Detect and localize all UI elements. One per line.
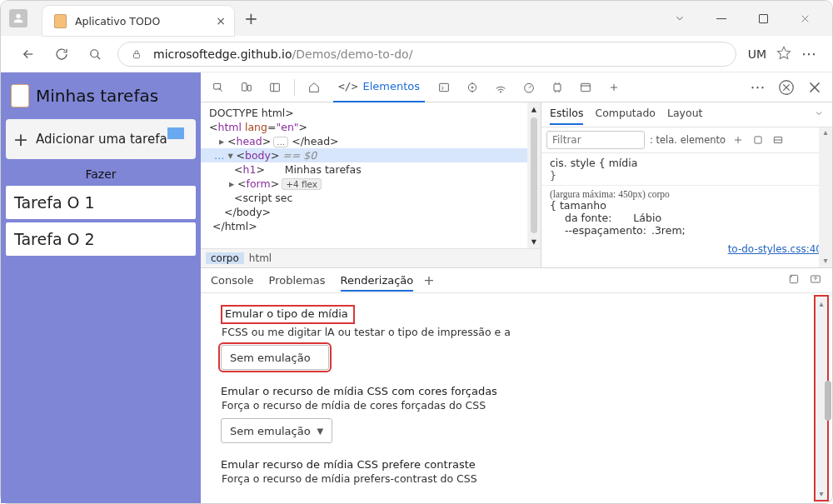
svg-point-3	[91, 49, 98, 57]
breadcrumb-item[interactable]: corpo	[206, 252, 244, 264]
clipboard-icon	[11, 84, 29, 107]
svg-rect-36	[755, 137, 761, 143]
tab-elements-label: Elementos	[362, 80, 420, 92]
svg-rect-8	[242, 82, 247, 90]
hov-label[interactable]: : tela. elemento	[650, 134, 726, 146]
issue-panel-icon[interactable]	[787, 272, 801, 288]
svg-marker-6	[778, 47, 791, 58]
dom-doctype: DOCTYPE html	[209, 107, 285, 119]
svg-rect-25	[581, 83, 591, 91]
svg-rect-9	[247, 85, 251, 91]
welcome-icon[interactable]	[305, 78, 323, 97]
drawer-add-tab-icon[interactable]: +	[423, 272, 434, 288]
image-badge-icon	[167, 127, 184, 139]
styles-scrollbar[interactable]: ▴▾	[819, 127, 832, 267]
page-content: Minhas tarefas + Adicionar uma tarefa Fa…	[1, 72, 201, 503]
forced-colors-title: Emular o recurso de mídia CSS com cores …	[221, 385, 812, 397]
computed-toggle-icon[interactable]	[771, 132, 786, 147]
svg-point-14	[471, 87, 473, 88]
maximize-button[interactable]	[754, 9, 772, 27]
svg-point-13	[468, 83, 476, 91]
elements-scrollbar[interactable]: ▴▾	[527, 102, 541, 248]
section-header: Fazer	[6, 164, 196, 181]
browser-tab[interactable]: Aplicativo TODO ×	[42, 6, 234, 36]
back-button[interactable]	[17, 43, 39, 65]
style-rule[interactable]: cis. style { mídia }	[541, 153, 832, 186]
forced-colors-select[interactable]: Sem emulação▼	[221, 418, 332, 443]
dom-selected-body[interactable]: … ▾<body> == $0	[201, 148, 541, 162]
svg-line-4	[97, 56, 100, 58]
drawer-tab-rendering[interactable]: Renderização	[341, 269, 414, 292]
network-icon[interactable]	[491, 78, 510, 97]
svg-rect-12	[440, 83, 449, 91]
sources-icon[interactable]	[463, 78, 481, 97]
expand-hint[interactable]: …	[273, 137, 288, 147]
site-info-icon[interactable]	[130, 47, 143, 61]
close-tab-icon[interactable]: ×	[216, 14, 226, 27]
forced-colors-desc: Força o recurso de mídia de cores forçad…	[222, 399, 812, 412]
favorite-icon[interactable]	[776, 45, 791, 63]
more-tabs-icon[interactable]	[605, 78, 623, 97]
drawer-tab-console[interactable]: Console	[211, 274, 254, 287]
toggle-classes-icon[interactable]	[751, 132, 766, 147]
console-icon[interactable]	[435, 78, 453, 97]
plus-icon: +	[12, 131, 29, 147]
tab-layout[interactable]: Layout	[667, 107, 703, 123]
tab-overflow-chevron[interactable]	[671, 9, 689, 27]
devtools-close-icon[interactable]	[806, 78, 824, 97]
rendering-scrollbar[interactable]: ▴ ▾	[814, 295, 829, 502]
emulate-media-type-select[interactable]: Sem emulação	[221, 345, 329, 370]
settings-menu-icon[interactable]: ⋯	[801, 45, 817, 62]
task-item[interactable]: Tarefa O 1	[6, 186, 196, 219]
devtools-more-icon[interactable]: ⋯	[749, 78, 767, 97]
address-bar[interactable]: microsoftedge.github.io/Demos/demo-to-do…	[117, 42, 736, 67]
add-task-label: Adicionar uma tarefa	[36, 132, 167, 147]
new-tab-button[interactable]: +	[244, 8, 258, 28]
tab-elements[interactable]: </> Elementos	[333, 72, 425, 102]
task-item[interactable]: Tarefa O 2	[6, 222, 196, 256]
drawer-tab-problems[interactable]: Problemas	[269, 274, 326, 287]
chevron-down-icon: ▼	[317, 427, 324, 436]
prefers-contrast-title: Emular recurso de mídia CSS prefere cont…	[221, 458, 812, 471]
svg-point-17	[500, 91, 501, 92]
emulate-media-type-title: Emular o tipo de mídia	[221, 305, 355, 324]
svg-line-19	[529, 86, 531, 88]
svg-point-18	[525, 83, 534, 92]
profile-avatar[interactable]	[9, 9, 27, 27]
refresh-button[interactable]	[51, 43, 72, 65]
application-icon[interactable]	[576, 78, 595, 97]
expand-drawer-icon[interactable]	[809, 272, 822, 288]
flex-badge[interactable]: +4 flex	[282, 178, 322, 190]
svg-rect-5	[134, 53, 140, 57]
close-window-button[interactable]	[796, 9, 814, 27]
style-rule[interactable]: (largura máxima: 450px) corpo { tamanho …	[541, 186, 832, 240]
devtools-error-icon[interactable]	[777, 78, 796, 97]
page-title: Minhas tarefas	[36, 86, 158, 106]
elements-tree[interactable]: DOCTYPE html> <html lang="en"> ▸<head>… …	[201, 102, 541, 267]
profile-badge[interactable]: UM	[748, 47, 766, 61]
rendering-panel: Emular o tipo de mídia FCSS ou me digita…	[201, 293, 832, 503]
tab-styles[interactable]: Estilos	[550, 104, 583, 125]
memory-icon[interactable]	[548, 78, 566, 97]
prefers-contrast-desc: Força o recurso de mídia prefers-contras…	[222, 472, 812, 485]
device-toggle-icon[interactable]	[237, 78, 256, 97]
inspect-icon[interactable]	[209, 78, 227, 97]
new-style-rule-icon[interactable]	[731, 132, 746, 147]
performance-icon[interactable]	[520, 78, 538, 97]
page-icon	[54, 14, 67, 28]
styles-filter-input[interactable]	[546, 131, 645, 149]
minimize-button[interactable]	[712, 9, 731, 27]
css-source-link[interactable]: to-do-styles.css:40	[541, 240, 832, 258]
dom-breadcrumb[interactable]: corpo html	[201, 248, 541, 267]
code-icon: </>	[338, 80, 357, 92]
svg-rect-10	[271, 83, 280, 91]
devtools-toolbar: </> Elementos ⋯	[201, 72, 832, 102]
styles-overflow-chevron[interactable]	[814, 108, 824, 121]
tab-computed[interactable]: Computado	[595, 107, 656, 123]
panel-icon[interactable]	[266, 78, 284, 97]
breadcrumb-item[interactable]: html	[244, 252, 277, 264]
url-text: microsoftedge.github.io/Demos/demo-to-do…	[153, 47, 412, 61]
search-button[interactable]	[84, 43, 106, 65]
add-task-button[interactable]: + Adicionar uma tarefa	[6, 119, 196, 159]
tab-title: Aplicativo TODO	[75, 15, 160, 27]
